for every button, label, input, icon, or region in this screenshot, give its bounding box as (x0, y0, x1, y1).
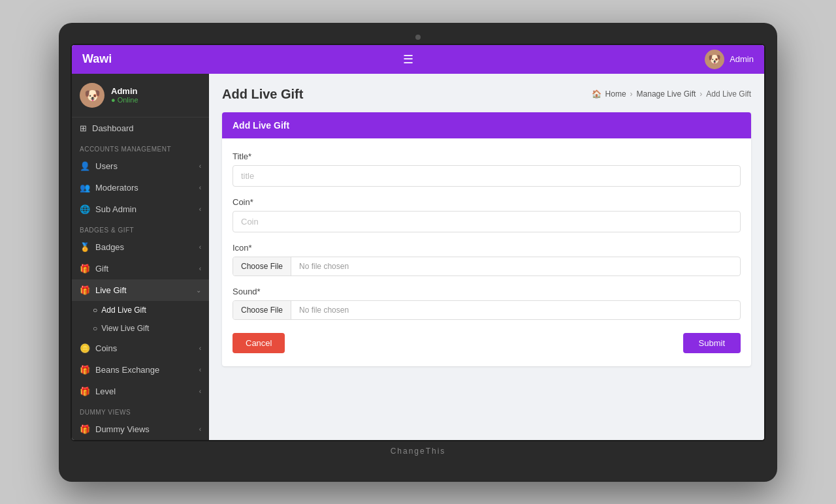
icon-choose-file-button[interactable]: Choose File (233, 257, 291, 276)
chevron-icon: ‹ (199, 388, 201, 395)
sidebar-item-gift[interactable]: 🎁 Gift ‹ (72, 258, 209, 279)
icon-file-wrapper: Choose File No file chosen (233, 257, 741, 276)
admin-info: 🐶 Admin (705, 50, 754, 69)
sidebar-item-dummy-views[interactable]: 🎁 Dummy Views ‹ (72, 418, 209, 440)
chevron-icon: ‹ (199, 206, 201, 213)
card-header: Add Live Gift (222, 112, 751, 138)
title-label: Title* (233, 151, 741, 161)
sidebar-item-users[interactable]: 👤 Users ‹ (72, 155, 209, 177)
top-navbar: Wawi ☰ 🐶 Admin (72, 45, 764, 74)
sidebar-user: 🐶 Admin ● Online (72, 74, 209, 118)
page-header: Add Live Gift 🏠 Home › Manage Live Gift … (222, 87, 751, 102)
form-actions: Cancel Submit (233, 333, 741, 353)
live-gift-icon: 🎁 (80, 285, 90, 295)
page-title: Add Live Gift (222, 87, 303, 102)
icon-label: Icon* (233, 243, 741, 253)
icon-no-file-text: No file chosen (291, 257, 740, 276)
gift-icon: 🎁 (80, 264, 90, 274)
hamburger-button[interactable]: ☰ (403, 52, 413, 67)
sidebar-user-status: ● Online (111, 96, 138, 104)
subadmin-icon: 🌐 (80, 204, 90, 214)
chevron-icon: ‹ (199, 345, 201, 352)
title-form-group: Title* (233, 151, 741, 187)
sidebar-item-beans-exchange[interactable]: 🎁 Beans Exchange ‹ (72, 359, 209, 381)
chevron-icon: ‹ (199, 184, 201, 191)
admin-label: Admin (730, 54, 754, 64)
chevron-down-icon: ⌄ (196, 287, 201, 294)
badges-icon: 🏅 (80, 242, 90, 252)
breadcrumb-home-link[interactable]: Home (605, 89, 626, 99)
section-label-badges: BADGES & GIFT (72, 220, 209, 236)
sidebar-item-live-gift[interactable]: 🎁 Live Gift ⌄ (72, 279, 209, 301)
avatar: 🐶 (705, 50, 724, 69)
icon-form-group: Icon* Choose File No file chosen (233, 243, 741, 276)
coin-input[interactable] (233, 211, 741, 232)
dashboard-icon: ⊞ (80, 123, 87, 133)
card-body: Title* Coin* Icon* Choose File No file c… (222, 138, 751, 366)
chevron-icon: ‹ (199, 366, 201, 373)
sound-file-wrapper: Choose File No file chosen (233, 300, 741, 320)
sub-item-dot-icon: ○ (93, 324, 97, 333)
breadcrumb: 🏠 Home › Manage Live Gift › Add Live Gif… (592, 89, 751, 99)
sound-choose-file-button[interactable]: Choose File (233, 301, 291, 319)
breadcrumb-sep2: › (699, 89, 702, 99)
submit-button[interactable]: Submit (683, 333, 741, 353)
coins-icon: 🪙 (80, 343, 90, 353)
section-label-accounts: ACCOUNTS MANAGEMENT (72, 139, 209, 155)
sidebar-item-moderators[interactable]: 👥 Moderators ‹ (72, 177, 209, 198)
breadcrumb-current: Add Live Gift (706, 89, 751, 99)
sidebar-item-badges[interactable]: 🏅 Badges ‹ (72, 236, 209, 258)
level-icon: 🎁 (80, 386, 90, 396)
chevron-icon: ‹ (199, 265, 201, 272)
cancel-button[interactable]: Cancel (233, 333, 285, 353)
chevron-icon: ‹ (199, 426, 201, 433)
breadcrumb-manage-link[interactable]: Manage Live Gift (637, 89, 696, 99)
sidebar-item-dashboard[interactable]: ⊞ Dashboard (72, 118, 209, 139)
dummy-icon: 🎁 (80, 424, 90, 434)
sidebar-item-level[interactable]: 🎁 Level ‹ (72, 381, 209, 402)
section-label-dummy: Dummy Views (72, 402, 209, 418)
add-live-gift-card: Add Live Gift Title* Coin* Icon* (222, 112, 751, 366)
sidebar-username: Admin (111, 86, 138, 96)
brand-logo: Wawi (82, 52, 112, 66)
chevron-icon: ‹ (199, 163, 201, 170)
sidebar: 🐶 Admin ● Online ⊞ Dashboard ACCOUNTS MA… (72, 74, 209, 440)
users-icon: 👤 (80, 161, 90, 171)
sidebar-sub-item-view-live-gift[interactable]: ○ View Live Gift (72, 319, 209, 338)
sub-item-dot-icon: ○ (93, 306, 97, 315)
breadcrumb-home-icon: 🏠 (592, 89, 602, 99)
breadcrumb-sep1: › (630, 89, 633, 99)
coin-form-group: Coin* (233, 197, 741, 232)
laptop-brand: ChangeThis (71, 447, 765, 456)
sidebar-item-subadmin[interactable]: 🌐 Sub Admin ‹ (72, 198, 209, 220)
sound-label: Sound* (233, 287, 741, 296)
moderators-icon: 👥 (80, 183, 90, 193)
beans-icon: 🎁 (80, 365, 90, 375)
main-content: Add Live Gift 🏠 Home › Manage Live Gift … (209, 74, 764, 440)
sound-no-file-text: No file chosen (291, 301, 740, 319)
chevron-icon: ‹ (199, 244, 201, 251)
sidebar-sub-item-add-live-gift[interactable]: ○ Add Live Gift (72, 301, 209, 319)
sidebar-item-coins[interactable]: 🪙 Coins ‹ (72, 338, 209, 359)
sidebar-avatar: 🐶 (80, 83, 104, 108)
sound-form-group: Sound* Choose File No file chosen (233, 287, 741, 320)
coin-label: Coin* (233, 197, 741, 207)
title-input[interactable] (233, 165, 741, 187)
